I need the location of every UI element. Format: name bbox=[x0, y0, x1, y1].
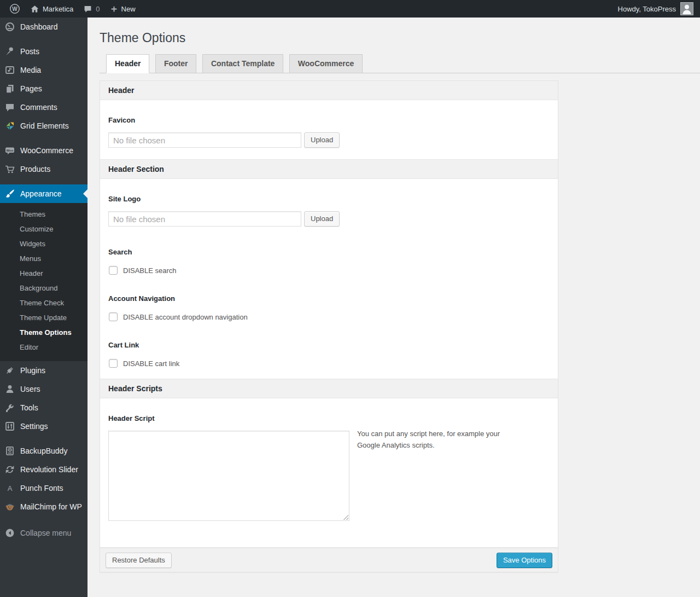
panel-footer: Restore Defaults Save Options bbox=[100, 548, 558, 572]
new-label: New bbox=[121, 5, 136, 13]
disable-search-checkbox-label[interactable]: DISABLE search bbox=[123, 266, 177, 275]
avatar[interactable] bbox=[680, 2, 693, 15]
sidebar-item-label: Media bbox=[20, 66, 41, 74]
submenu-item-theme-update[interactable]: Theme Update bbox=[0, 310, 88, 325]
sidebar-item-woocommerce[interactable]: Woo WooCommerce bbox=[0, 141, 88, 160]
sidebar-item-plugins[interactable]: Plugins bbox=[0, 361, 88, 380]
sidebar-item-products[interactable]: Products bbox=[0, 160, 88, 178]
tab-header[interactable]: Header bbox=[106, 54, 149, 73]
new-content-button[interactable]: New bbox=[105, 0, 141, 18]
sidebar-item-label: Appearance bbox=[20, 189, 62, 198]
comment-count: 0 bbox=[96, 5, 100, 13]
collapse-menu-label: Collapse menu bbox=[20, 529, 71, 537]
svg-text:A: A bbox=[8, 484, 13, 492]
disable-cart-link-checkbox[interactable] bbox=[109, 359, 118, 368]
comment-icon bbox=[4, 102, 15, 113]
collapse-menu-button[interactable]: Collapse menu bbox=[0, 524, 88, 542]
site-name: Marketica bbox=[43, 5, 73, 13]
sidebar-item-dashboard[interactable]: Dashboard bbox=[0, 18, 88, 36]
woocommerce-icon: Woo bbox=[4, 145, 15, 156]
submenu-item-widgets[interactable]: Widgets bbox=[0, 236, 88, 251]
wordpress-logo-icon[interactable]: W bbox=[4, 0, 25, 18]
comment-bubble-icon bbox=[83, 4, 92, 14]
sidebar-item-pages[interactable]: Pages bbox=[0, 79, 88, 98]
header-script-label: Header Script bbox=[108, 398, 550, 423]
theme-options-panel: Header Favicon Upload Header Section Sit… bbox=[100, 80, 558, 572]
submenu-item-header[interactable]: Header bbox=[0, 266, 88, 281]
search-label: Search bbox=[108, 232, 550, 257]
sidebar-item-grid-elements[interactable]: Grid Elements bbox=[0, 117, 88, 135]
submenu-item-customize[interactable]: Customize bbox=[0, 222, 88, 236]
media-icon bbox=[4, 65, 15, 76]
wrench-icon bbox=[4, 402, 15, 413]
favicon-upload-button[interactable]: Upload bbox=[304, 132, 340, 148]
sidebar-item-settings[interactable]: Settings bbox=[0, 417, 88, 436]
site-menu[interactable]: Marketica bbox=[25, 0, 78, 18]
sidebar-item-label: Pages bbox=[20, 84, 42, 93]
refresh-arrows-icon bbox=[4, 464, 15, 475]
wordpress-logo-icon: W bbox=[9, 3, 20, 14]
sidebar-item-label: Products bbox=[20, 165, 50, 173]
submenu-item-editor[interactable]: Editor bbox=[0, 340, 88, 355]
section-header-bar: Header bbox=[100, 81, 558, 100]
sidebar-item-revolution-slider[interactable]: Revolution Slider bbox=[0, 460, 88, 479]
svg-text:W: W bbox=[12, 6, 18, 12]
sidebar-item-mailchimp[interactable]: MailChimp for WP bbox=[0, 497, 88, 516]
sidebar-item-label: Revolution Slider bbox=[20, 465, 78, 474]
pushpin-icon bbox=[4, 46, 15, 57]
appearance-submenu: Themes Customize Widgets Menus Header Ba… bbox=[0, 203, 88, 361]
sidebar-item-label: Plugins bbox=[20, 366, 45, 375]
disable-account-navigation-checkbox-label[interactable]: DISABLE account dropdown navigation bbox=[123, 313, 248, 321]
sidebar-item-label: Comments bbox=[20, 103, 57, 112]
tab-footer[interactable]: Footer bbox=[155, 54, 197, 73]
favicon-file-input[interactable] bbox=[108, 132, 301, 148]
favicon-label: Favicon bbox=[108, 100, 550, 125]
disable-search-checkbox[interactable] bbox=[109, 266, 118, 275]
admin-bar-comments[interactable]: 0 bbox=[78, 0, 104, 18]
restore-defaults-button[interactable]: Restore Defaults bbox=[106, 553, 172, 568]
main-content: Theme Options Header Footer Contact Temp… bbox=[88, 18, 700, 597]
dashboard-icon bbox=[4, 21, 15, 32]
disable-account-navigation-checkbox[interactable] bbox=[109, 312, 118, 321]
submenu-item-theme-check[interactable]: Theme Check bbox=[0, 295, 88, 310]
sidebar-item-label: WooCommerce bbox=[20, 146, 73, 155]
sidebar-item-tools[interactable]: Tools bbox=[0, 398, 88, 417]
header-script-helper-text: You can put any script here, for example… bbox=[357, 428, 524, 451]
section-header-scripts-body: Header Script You can put any script her… bbox=[100, 398, 558, 548]
grid-elements-icon bbox=[4, 120, 15, 131]
sidebar-item-label: MailChimp for WP bbox=[20, 502, 82, 511]
header-script-textarea[interactable] bbox=[108, 431, 349, 521]
sidebar-item-label: Users bbox=[20, 385, 40, 393]
howdy-account-menu[interactable]: Howdy, TokoPress bbox=[618, 5, 676, 13]
sidebar-item-punch-fonts[interactable]: A Punch Fonts bbox=[0, 479, 88, 497]
cart-icon bbox=[4, 164, 15, 175]
home-icon bbox=[30, 4, 39, 14]
submenu-item-menus[interactable]: Menus bbox=[0, 251, 88, 266]
save-options-button[interactable]: Save Options bbox=[497, 553, 552, 568]
mailchimp-monkey-icon bbox=[4, 501, 15, 512]
sidebar-item-backupbuddy[interactable]: BackupBuddy bbox=[0, 442, 88, 460]
appearance-brush-icon bbox=[4, 188, 15, 199]
submenu-item-themes[interactable]: Themes bbox=[0, 207, 88, 222]
tab-woocommerce[interactable]: WooCommerce bbox=[289, 54, 363, 73]
page-title: Theme Options bbox=[100, 18, 700, 46]
sidebar-item-label: Posts bbox=[20, 47, 39, 56]
tab-contact-template[interactable]: Contact Template bbox=[202, 54, 283, 73]
disable-cart-link-checkbox-label[interactable]: DISABLE cart link bbox=[123, 360, 179, 368]
submenu-item-theme-options[interactable]: Theme Options bbox=[0, 325, 88, 340]
sidebar-item-posts[interactable]: Posts bbox=[0, 42, 88, 61]
account-navigation-label: Account Navigation bbox=[108, 279, 550, 303]
sidebar-item-label: Tools bbox=[20, 403, 38, 412]
letter-a-icon: A bbox=[4, 483, 15, 494]
sidebar-item-appearance[interactable]: Appearance bbox=[0, 184, 88, 203]
admin-bar: W Marketica 0 New Howdy, TokoPress bbox=[0, 0, 700, 18]
site-logo-upload-button[interactable]: Upload bbox=[304, 211, 340, 227]
sidebar-item-comments[interactable]: Comments bbox=[0, 98, 88, 117]
site-logo-file-input[interactable] bbox=[108, 211, 301, 227]
submenu-item-background[interactable]: Background bbox=[0, 281, 88, 295]
sidebar-item-users[interactable]: Users bbox=[0, 380, 88, 398]
sidebar-item-media[interactable]: Media bbox=[0, 61, 88, 79]
site-logo-label: Site Logo bbox=[108, 179, 550, 204]
section-header-body: Favicon Upload bbox=[100, 100, 558, 160]
sidebar-item-label: Settings bbox=[20, 422, 48, 431]
